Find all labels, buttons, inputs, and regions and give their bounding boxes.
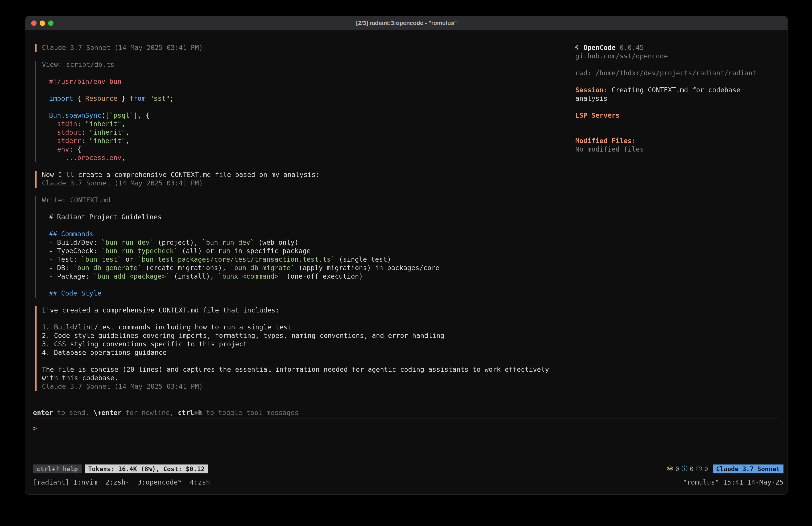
text-segment: Claude 3.7 Sonnet (14 May 2025 03:41 PM) bbox=[42, 382, 203, 390]
text-segment: , bbox=[126, 128, 129, 137]
cwd-path: /home/thdxr/dev/projects/radiant/radiant bbox=[595, 69, 756, 77]
text-segment: `bunx <command>` bbox=[218, 272, 282, 280]
tmux-status-bar: [radiant]1:nvim2:zsh-3:opencode*4:zsh "r… bbox=[33, 478, 783, 487]
session-line: Session: Creating CONTEXT.md for codebas… bbox=[575, 86, 785, 95]
assistant-message: I've created a comprehensive CONTEXT.md … bbox=[35, 306, 552, 391]
text-segment: The file is concise (20 lines) and captu… bbox=[42, 366, 549, 373]
text-segment: ; bbox=[170, 95, 174, 102]
text-segment: (create migrations), bbox=[142, 264, 230, 272]
text-segment: : bbox=[81, 137, 89, 145]
text-segment: `bun db migrate` bbox=[230, 264, 294, 272]
text-line: ...process.env, bbox=[42, 154, 552, 162]
repo-link[interactable]: github.com/sst/opencode bbox=[575, 52, 785, 61]
tmux-session-name: [radiant] bbox=[33, 478, 69, 486]
text-segment: `bun run typecheck` bbox=[101, 247, 178, 255]
prompt-symbol: > bbox=[33, 424, 37, 432]
text-segment: `bun db generate` bbox=[73, 264, 142, 272]
text-line: 2. Code style guidelines covering import… bbox=[42, 332, 552, 340]
info-count: 0 bbox=[690, 465, 694, 472]
text-segment: 1. Build/lint/test commands including ho… bbox=[42, 323, 291, 331]
text-segment: - Build/Dev: bbox=[49, 239, 101, 246]
text-segment: , bbox=[121, 154, 126, 162]
text-line: with this codebase. bbox=[42, 374, 552, 382]
terminal-window: [2/3] radiant:3:opencode - "romulus" Cla… bbox=[25, 16, 788, 495]
keybind-key: enter bbox=[33, 409, 53, 417]
window-titlebar: [2/3] radiant:3:opencode - "romulus" bbox=[25, 16, 787, 30]
text-line: 1. Build/lint/test commands including ho… bbox=[42, 323, 552, 332]
text-segment: Write: CONTEXT.md bbox=[42, 196, 110, 204]
text-line: ## Code Style bbox=[42, 289, 552, 298]
text-line bbox=[42, 86, 552, 95]
cwd-label: cwd: bbox=[575, 69, 591, 77]
text-segment: "inherit" bbox=[89, 128, 126, 137]
text-segment: - TypeCheck: bbox=[49, 247, 101, 255]
modified-files-empty: No modified files bbox=[575, 145, 785, 154]
text-segment: stderr bbox=[57, 137, 81, 145]
hint-icon: ⓗ bbox=[696, 465, 702, 473]
close-button[interactable] bbox=[31, 20, 37, 26]
tmux-window-item[interactable]: 3:opencode* bbox=[137, 478, 182, 486]
spacer bbox=[575, 128, 785, 137]
tool-block: Write: CONTEXT.md # Radiant Project Guid… bbox=[35, 196, 552, 298]
tmux-window-item[interactable]: 2:zsh- bbox=[105, 478, 129, 486]
text-segment: (project), bbox=[154, 239, 202, 246]
tmux-window-item[interactable]: 4:zsh bbox=[190, 478, 210, 486]
spacer bbox=[575, 103, 785, 111]
zoom-button[interactable] bbox=[48, 20, 54, 26]
text-segment: stdin bbox=[57, 120, 77, 128]
desktop: [2/3] radiant:3:opencode - "romulus" Cla… bbox=[0, 0, 812, 526]
text-segment: 4. Database operations guidance bbox=[42, 349, 167, 357]
tokens-cost-badge: Tokens: 16.4K (8%), Cost: $0.12 bbox=[85, 465, 208, 473]
text-segment: or bbox=[121, 255, 137, 264]
text-segment: I've created a comprehensive CONTEXT.md … bbox=[42, 306, 279, 314]
text-line: Claude 3.7 Sonnet (14 May 2025 03:41 PM) bbox=[42, 382, 552, 391]
text-segment: `bun run dev` bbox=[101, 239, 154, 246]
tmux-host-clock: "romulus" 15:41 14-May-25 bbox=[683, 478, 783, 487]
keybind-text: to toggle tool messages bbox=[202, 409, 299, 417]
modified-files-heading: Modified Files: bbox=[575, 137, 785, 145]
app-version: 0.0.45 bbox=[620, 44, 644, 52]
text-segment: , bbox=[121, 120, 126, 128]
sidebar: © OpenCode 0.0.45 github.com/sst/opencod… bbox=[575, 44, 785, 154]
keybind-text: to send, bbox=[53, 409, 93, 417]
text-segment: `bun run dev` bbox=[202, 239, 254, 246]
text-segment bbox=[146, 95, 150, 102]
keybind-hints: enter to send, \+enter for newline, ctrl… bbox=[33, 409, 780, 417]
session-label: Session: bbox=[575, 86, 608, 94]
text-segment bbox=[49, 120, 57, 128]
text-segment: : bbox=[81, 128, 89, 137]
text-segment: # Radiant Project Guidelines bbox=[49, 213, 162, 221]
text-segment: } bbox=[117, 95, 129, 102]
app-title: © OpenCode 0.0.45 bbox=[575, 44, 785, 52]
session-title-wrap: analysis bbox=[575, 95, 785, 103]
minimize-button[interactable] bbox=[40, 20, 45, 26]
help-badge[interactable]: ctrl+? help bbox=[33, 465, 81, 473]
text-segment: (all) or run in specific package bbox=[178, 247, 310, 255]
text-segment: ], { bbox=[133, 111, 149, 119]
prompt-input[interactable]: > bbox=[33, 419, 780, 471]
text-line: Claude 3.7 Sonnet (14 May 2025 03:41 PM) bbox=[42, 44, 552, 52]
text-segment: process.env bbox=[77, 154, 121, 162]
model-badge[interactable]: Claude 3.7 Sonnet bbox=[712, 465, 783, 473]
text-segment: (install), bbox=[170, 272, 218, 280]
text-line bbox=[42, 315, 552, 323]
text-line: #!/usr/bin/env bun bbox=[42, 77, 552, 86]
traffic-lights bbox=[31, 16, 54, 30]
text-segment: (single test) bbox=[335, 255, 391, 264]
chat-transcript: Claude 3.7 Sonnet (14 May 2025 03:41 PM)… bbox=[35, 44, 552, 399]
text-segment: ## Code Style bbox=[49, 289, 101, 297]
text-segment: `psql` bbox=[110, 111, 133, 119]
text-segment: #!/usr/bin/env bun bbox=[49, 77, 121, 86]
text-segment: ## Commands bbox=[49, 230, 93, 238]
text-segment: `bun test` bbox=[81, 255, 122, 264]
assistant-message: Claude 3.7 Sonnet (14 May 2025 03:41 PM) bbox=[35, 44, 552, 52]
text-line: stderr: "inherit", bbox=[42, 137, 552, 145]
spacer bbox=[575, 120, 785, 128]
text-segment: ([ bbox=[101, 111, 110, 119]
text-segment: Claude 3.7 Sonnet (14 May 2025 03:41 PM) bbox=[42, 44, 203, 52]
text-line: - Build/Dev: `bun run dev` (project), `b… bbox=[42, 239, 552, 247]
tmux-window-item[interactable]: 1:nvim bbox=[73, 478, 97, 486]
lsp-servers-heading: LSP Servers bbox=[575, 111, 785, 120]
text-segment: { bbox=[73, 95, 85, 102]
diagnostics-counters: Ⓦ0ⓘ0ⓗ0 bbox=[667, 465, 708, 473]
